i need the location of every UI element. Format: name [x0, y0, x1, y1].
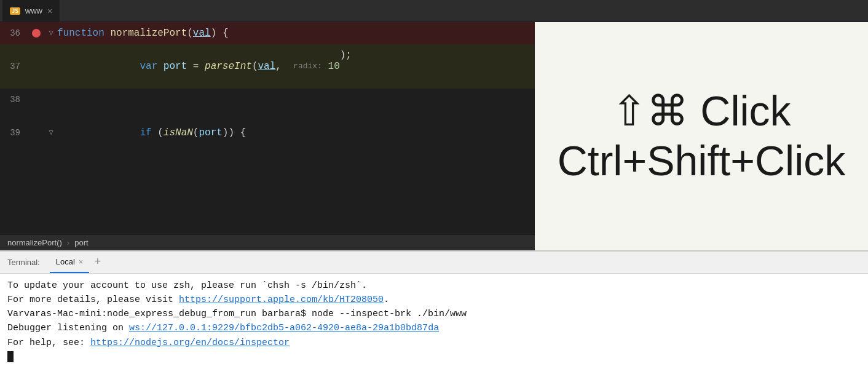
breakpoint-36[interactable] [28, 29, 45, 38]
terminal-tab-name: Local [56, 257, 75, 266]
code-content-37: var port = parseInt(val, radix: 10); [57, 44, 535, 89]
line-number-39: 39 [0, 122, 28, 144]
terminal-link-2[interactable]: ws://127.0.0.1:9229/bfbc2db5-a062-4920-a… [129, 323, 439, 333]
tab-label: www [25, 6, 42, 15]
line-number-37: 37 [0, 55, 28, 77]
terminal-line-5: For help, see: https://nodejs.org/en/doc… [7, 336, 861, 350]
terminal-label: Terminal: [7, 258, 40, 267]
line-number-38: 38 [0, 89, 28, 111]
terminal-cursor [7, 351, 14, 362]
code-line-39: 39 ▽ if (isNaN(port)) { [0, 111, 535, 155]
breadcrumb-item-2[interactable]: port [74, 238, 88, 247]
breadcrumb: normalizePort() › port [0, 234, 535, 250]
overlay-panel: ⇧⌘ Click Ctrl+Shift+Click [535, 22, 868, 250]
terminal-tab-close[interactable]: × [79, 257, 84, 266]
editor-with-overlay: 36 ▽ function normalizePort(val) { 37 va… [0, 22, 868, 250]
fold-arrow-39[interactable]: ▽ [45, 122, 57, 144]
terminal-line-4: Debugger listening on ws://127.0.0.1:922… [7, 321, 861, 335]
breadcrumb-item-1[interactable]: normalizePort() [7, 238, 62, 247]
code-lines: 36 ▽ function normalizePort(val) { 37 va… [0, 22, 535, 234]
fold-arrow-36[interactable]: ▽ [45, 22, 57, 44]
overlay-text: ⇧⌘ Click Ctrl+Shift+Click [558, 86, 846, 186]
code-line-36: 36 ▽ function normalizePort(val) { [0, 22, 535, 44]
terminal-line-1: To update your account to use zsh, pleas… [7, 279, 861, 293]
code-line-37: 37 var port = parseInt(val, radix: 10); [0, 44, 535, 89]
breakpoint-dot [32, 29, 41, 38]
terminal-line-cursor [7, 350, 861, 364]
terminal-link-3[interactable]: https://nodejs.org/en/docs/inspector [90, 338, 290, 348]
code-content-39: if (isNaN(port)) { [57, 111, 535, 155]
code-line-38: 38 [0, 89, 535, 111]
code-content-36: function normalizePort(val) { [57, 22, 535, 44]
line-number-36: 36 [0, 22, 28, 44]
code-section: 36 ▽ function normalizePort(val) { 37 va… [0, 22, 535, 250]
overlay-line1: ⇧⌘ Click [612, 87, 791, 134]
js-icon: JS [10, 7, 20, 15]
tab-close-button[interactable]: × [47, 7, 52, 15]
terminal-section: Terminal: Local × + To update your accou… [0, 250, 868, 370]
terminal-line-2: For more details, please visit https://s… [7, 293, 861, 307]
terminal-link-1[interactable]: https://support.apple.com/kb/HT208050 [179, 295, 384, 305]
terminal-add-tab[interactable]: + [89, 256, 106, 268]
terminal-content: To update your account to use zsh, pleas… [0, 274, 868, 370]
overlay-line2: Ctrl+Shift+Click [558, 137, 846, 184]
terminal-tab-bar: Terminal: Local × + [0, 252, 868, 274]
file-tab[interactable]: JS www × [2, 0, 60, 22]
terminal-line-3: Varvaras-Mac-mini:node_express_debug_fro… [7, 307, 861, 321]
breadcrumb-separator: › [67, 238, 69, 247]
tab-bar: JS www × [0, 0, 868, 22]
terminal-local-tab[interactable]: Local × [50, 251, 90, 273]
